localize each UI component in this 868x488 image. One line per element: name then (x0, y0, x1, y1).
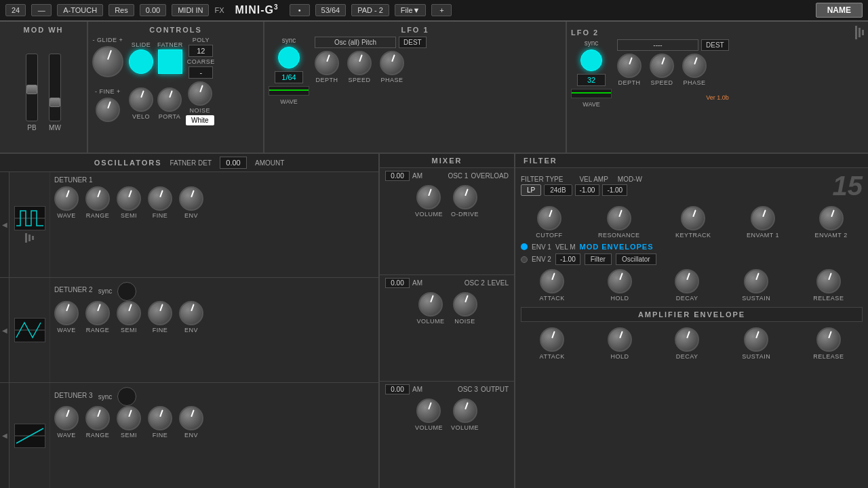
filter-vel-val[interactable]: -1.00 (575, 184, 600, 196)
fatner-det-val[interactable]: 0.00 (220, 157, 247, 169)
osc1-env-knob[interactable] (179, 186, 203, 211)
sliders-row: PB MW (26, 37, 61, 148)
filter-lp-button[interactable]: LP (521, 184, 541, 196)
lfo2-panel: LFO 2 sync 32 WAVE (567, 22, 868, 152)
osc2-env-knob[interactable] (179, 301, 203, 325)
lfo1-depth-knob[interactable] (315, 51, 339, 75)
lfo2-phase-knob[interactable] (682, 54, 707, 78)
osc2-sync-button[interactable] (117, 282, 136, 301)
filter-envamt2-knob[interactable] (819, 206, 844, 230)
oscillator-env-button[interactable]: Oscillator (616, 253, 656, 265)
amp-attack-label: ATTACK (540, 353, 565, 360)
mixer-osc1-val[interactable]: 0.00 (385, 171, 410, 181)
amp-release-knob[interactable] (816, 327, 841, 352)
lfo2-freq[interactable]: 32 (577, 74, 606, 86)
lfo1-depth-col: DEPTH (315, 51, 339, 83)
lfo1-freq[interactable]: 1/64 (275, 71, 303, 83)
mixer-osc3-row: 0.00 AM OSC 3 OUTPUT VOLUME VO (380, 382, 514, 488)
mixer-osc2-noise-knob[interactable] (453, 292, 477, 317)
filter-sustain-knob[interactable] (744, 269, 768, 293)
mixer-osc3-vol2-knob[interactable] (453, 399, 477, 423)
filter-env-button[interactable]: Filter (585, 253, 612, 265)
amp-decay-label: DECAY (676, 353, 698, 360)
amp-sustain-knob[interactable] (744, 327, 768, 352)
osc1-range-knob[interactable] (85, 186, 110, 211)
osc2-wave-knob[interactable] (54, 301, 79, 325)
amp-decay-knob[interactable] (675, 327, 699, 352)
osc3-fine-knob[interactable] (148, 406, 172, 430)
osc3-range-knob[interactable] (85, 406, 110, 430)
osc3-env-label: ENV (184, 432, 198, 439)
osc3-semi-knob[interactable] (117, 406, 141, 430)
res-button[interactable]: Res (108, 4, 134, 16)
lfo2-speed-knob[interactable] (650, 54, 674, 78)
slide-button[interactable] (129, 49, 153, 74)
filter-mod-val[interactable]: -1.00 (602, 184, 627, 196)
osc2-range-knob[interactable] (85, 301, 110, 325)
lfo1-speed-knob[interactable] (347, 51, 372, 75)
osc3-env-knob[interactable] (179, 406, 203, 430)
mw-slider-track[interactable] (49, 54, 61, 121)
osc1-wave-knob[interactable] (54, 186, 79, 211)
mixer-osc3-vol-knob[interactable] (416, 399, 441, 423)
osc3-wave-svg (15, 424, 45, 447)
velo-knob[interactable] (129, 87, 153, 112)
lfo1-sync-button[interactable] (278, 47, 300, 68)
mixer-osc3-output: OUTPUT (481, 386, 509, 393)
osc2-fine-knob[interactable] (148, 301, 172, 325)
osc2-semi-knob[interactable] (117, 301, 141, 325)
slide-label: SLIDE (132, 41, 151, 48)
filter-hold-knob[interactable] (608, 269, 632, 293)
env2-val[interactable]: -1.00 (555, 253, 580, 265)
mixer-osc3-val[interactable]: 0.00 (385, 384, 410, 394)
mod-wh-panel: MOD WH PB MW (0, 22, 88, 152)
osc1-fine-knob[interactable] (148, 186, 172, 211)
midi-button[interactable]: MIDI IN (172, 4, 209, 16)
lfo2-dest-button[interactable]: DEST (701, 39, 729, 51)
lfo2-dest-val[interactable]: ---- (617, 39, 698, 51)
file-button[interactable]: File▼ (395, 4, 427, 16)
filter-envamt1-knob[interactable] (751, 206, 775, 230)
fatner-button[interactable] (158, 49, 182, 74)
osc3-wave-knob[interactable] (54, 406, 79, 430)
lfo2-depth-knob[interactable] (617, 54, 642, 78)
filter-cutoff-knob[interactable] (537, 206, 561, 230)
noise-knob[interactable] (188, 81, 212, 106)
mixer-osc2-vol-knob[interactable] (418, 292, 443, 317)
amp-attack-knob[interactable] (540, 327, 564, 352)
mixer-osc2-val[interactable]: 0.00 (385, 278, 410, 288)
osc1-bars (25, 233, 34, 243)
pb-slider-thumb[interactable] (26, 85, 37, 94)
filter-attack-knob[interactable] (540, 269, 564, 293)
bar3 (862, 30, 864, 35)
plus-button[interactable]: + (431, 4, 452, 16)
porta-knob[interactable] (157, 87, 182, 112)
amp-hold-knob[interactable] (608, 327, 632, 352)
glide-knob[interactable] (92, 46, 123, 77)
filter-release-knob[interactable] (816, 269, 841, 293)
coarse-value[interactable]: - (189, 66, 213, 79)
pb-slider-track[interactable] (26, 54, 38, 121)
osc1-fine-label: FINE (153, 212, 168, 219)
osc1-semi-knob[interactable] (117, 186, 141, 211)
lfo1-dest-target[interactable]: Osc (all) Pitch (315, 37, 396, 48)
osc2-range-label: RANGE (86, 327, 110, 333)
osc1-wave-box (14, 206, 45, 230)
mixer-osc1-vol-knob[interactable] (416, 185, 441, 209)
atouch-button[interactable]: A-TOUCH (57, 4, 103, 16)
poly-value[interactable]: 12 (189, 45, 213, 57)
filter-resonance-knob[interactable] (607, 206, 631, 230)
lfo2-sync-button[interactable] (580, 49, 602, 71)
osc3-sync-button[interactable] (117, 387, 136, 406)
name-button[interactable]: NAME (816, 3, 863, 18)
lfo1-dest-button[interactable]: DEST (399, 37, 427, 48)
mw-slider-thumb[interactable] (50, 98, 60, 107)
filter-db-button[interactable]: 24dB (544, 184, 572, 196)
filter-decay-knob[interactable] (675, 269, 699, 293)
lfo1-phase-knob[interactable] (380, 51, 404, 75)
filter-keytrack-knob[interactable] (681, 206, 705, 230)
poly-label: POLY (193, 37, 210, 43)
fine-knob[interactable] (96, 98, 120, 122)
slide-row: SLIDE FATNER POLY 12 COARSE - (129, 37, 215, 79)
mixer-osc1-odrive-knob[interactable] (453, 185, 477, 209)
